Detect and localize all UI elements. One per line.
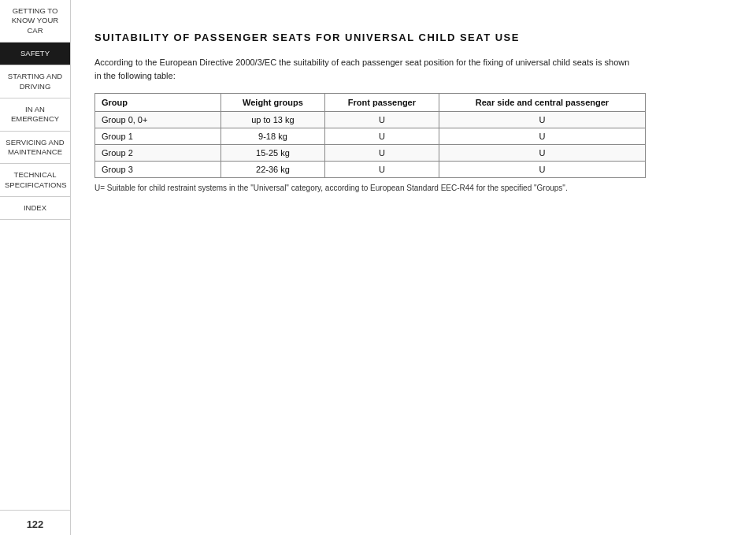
cell-rear: U [439, 112, 645, 128]
cell-front: U [324, 145, 439, 162]
sidebar: GETTING TO KNOW YOUR CAR SAFETY STARTING… [0, 0, 71, 535]
table-row: Group 322-36 kgUU [95, 162, 646, 178]
cell-rear: U [439, 128, 645, 145]
cell-group: Group 1 [95, 128, 221, 145]
table-header-row: Group Weight groups Front passenger Rear… [95, 94, 646, 112]
page-title: SUITABILITY OF PASSENGER SEATS FOR UNIVE… [94, 32, 724, 43]
table-row: Group 19-18 kgUU [95, 128, 646, 145]
main-content: SUITABILITY OF PASSENGER SEATS FOR UNIVE… [71, 0, 756, 535]
sidebar-item-getting-to-know[interactable]: GETTING TO KNOW YOUR CAR [0, 0, 70, 43]
sidebar-item-index[interactable]: INDEX [0, 197, 70, 220]
cell-group: Group 3 [95, 162, 221, 178]
sidebar-item-servicing-and-maintenance[interactable]: SERVICING AND MAINTENANCE [0, 132, 70, 165]
cell-front: U [324, 162, 439, 178]
sidebar-item-starting-and-driving[interactable]: STARTING AND DRIVING [0, 65, 70, 98]
table-row: Group 215-25 kgUU [95, 145, 646, 162]
cell-front: U [324, 112, 439, 128]
cell-rear: U [439, 145, 645, 162]
header-weight-groups: Weight groups [221, 94, 325, 112]
header-front-passenger: Front passenger [324, 94, 439, 112]
footnote: U= Suitable for child restraint systems … [94, 183, 646, 194]
sidebar-item-in-an-emergency[interactable]: IN AN EMERGENCY [0, 98, 70, 132]
cell-front: U [324, 128, 439, 145]
cell-weight: 22-36 kg [221, 162, 325, 178]
cell-weight: up to 13 kg [221, 112, 325, 128]
cell-weight: 15-25 kg [221, 145, 325, 162]
page-number: 122 [0, 510, 70, 535]
intro-text: According to the European Directive 2000… [94, 56, 630, 82]
header-rear-passenger: Rear side and central passenger [439, 94, 645, 112]
sidebar-item-safety[interactable]: SAFETY [0, 43, 70, 65]
table-row: Group 0, 0+up to 13 kgUU [95, 112, 646, 128]
sidebar-item-technical-specifications[interactable]: TECHNICAL SPECIFICATIONS [0, 164, 70, 197]
cell-group: Group 2 [95, 145, 221, 162]
cell-weight: 9-18 kg [221, 128, 325, 145]
passenger-seats-table: Group Weight groups Front passenger Rear… [94, 93, 646, 178]
header-group: Group [95, 94, 221, 112]
cell-group: Group 0, 0+ [95, 112, 221, 128]
cell-rear: U [439, 162, 645, 178]
